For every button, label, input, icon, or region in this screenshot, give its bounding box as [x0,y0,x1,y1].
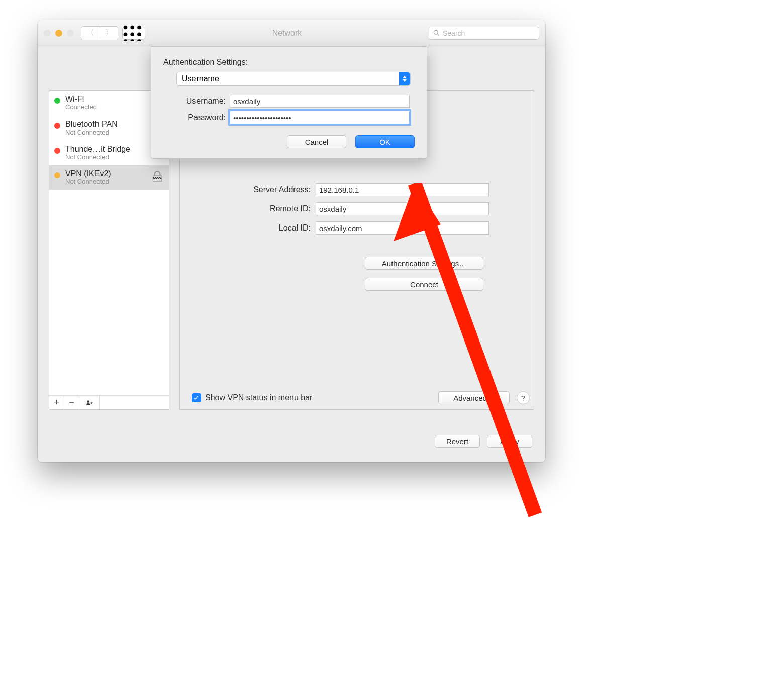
advanced-button[interactable]: Advanced… [438,391,510,404]
search-placeholder: Search [443,29,465,37]
authentication-sheet: Authentication Settings: Username Userna… [151,46,427,159]
connect-button[interactable]: Connect [365,278,483,291]
add-service-button[interactable]: + [49,396,64,409]
svg-point-5 [137,32,141,36]
server-address-input[interactable] [316,183,489,196]
chevron-updown-icon [399,72,410,85]
authentication-settings-button[interactable]: Authentication Settings… [365,257,483,270]
sheet-title: Authentication Settings: [163,58,415,67]
ok-button[interactable]: OK [355,135,415,148]
svg-point-3 [124,32,128,36]
close-icon[interactable] [44,30,51,37]
lock-icon [151,170,164,183]
username-label: Username: [163,97,226,106]
service-item-vpn[interactable]: VPN (IKEv2)Not Connected [49,165,169,190]
local-id-input[interactable] [316,221,489,235]
status-dot-icon [54,123,60,129]
svg-point-0 [124,26,128,30]
help-button[interactable]: ? [517,391,530,404]
window-title: Network [145,29,429,38]
svg-point-8 [137,39,141,41]
minimize-icon[interactable] [55,30,62,37]
auth-method-value: Username [182,74,219,83]
show-all-button[interactable] [122,27,145,40]
search-field[interactable]: Search [429,27,539,40]
zoom-icon[interactable] [67,30,74,37]
back-button[interactable]: 〈 [81,27,100,40]
remote-id-label: Remote ID: [225,204,311,213]
action-menu-button[interactable] [79,396,100,409]
auth-method-select[interactable]: Username [176,72,411,86]
server-address-label: Server Address: [225,185,311,194]
svg-point-6 [124,39,128,41]
remote-id-row: Remote ID: [225,202,489,215]
local-id-label: Local ID: [225,223,311,233]
status-dot-icon [54,172,60,178]
server-address-row: Server Address: [225,183,489,196]
cancel-button[interactable]: Cancel [287,135,346,148]
show-vpn-menubar-row: ✓ Show VPN status in menu bar [192,393,312,402]
svg-point-7 [130,39,134,41]
username-input[interactable] [230,95,410,108]
sheet-buttons: Cancel OK [163,135,415,148]
status-dot-icon [54,148,60,154]
nav-buttons: 〈 〉 [81,26,118,40]
remote-id-input[interactable] [316,202,489,215]
network-prefs-window: 〈 〉 Network Search Wi-FiConnected Blueto… [38,20,545,462]
traffic-lights [44,30,74,37]
sidebar-toolbar: + − [49,395,169,409]
username-row: Username: [163,95,415,108]
forward-button[interactable]: 〉 [100,27,118,40]
svg-point-2 [137,26,141,30]
show-vpn-label: Show VPN status in menu bar [205,393,312,402]
show-vpn-checkbox[interactable]: ✓ [192,393,201,402]
svg-point-1 [130,26,134,30]
apply-button[interactable]: Apply [487,435,532,448]
revert-button[interactable]: Revert [435,435,480,448]
password-input[interactable] [230,111,410,124]
status-dot-icon [54,98,60,104]
search-icon [433,30,440,36]
remove-service-button[interactable]: − [64,396,79,409]
local-id-row: Local ID: [225,221,489,235]
svg-point-4 [130,32,134,36]
titlebar: 〈 〉 Network Search [38,20,545,46]
password-label: Password: [163,113,226,122]
password-row: Password: [163,111,415,124]
